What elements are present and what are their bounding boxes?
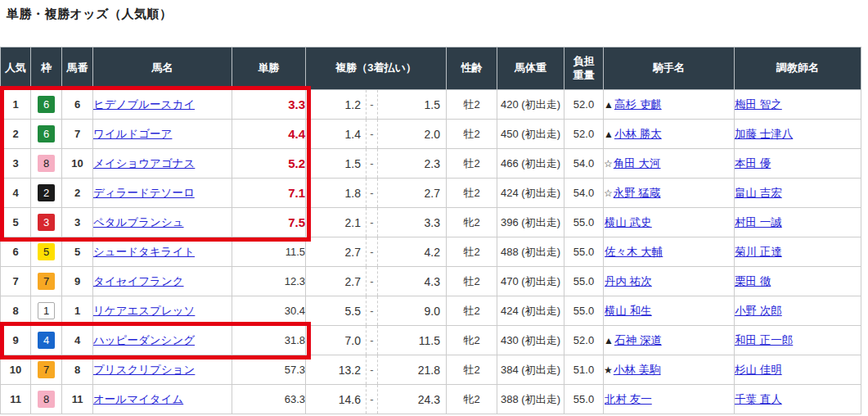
table-row: 6 5 5 シュードタキライト 11.5 2.7-4.2 牡2 488 (初出走…	[1, 237, 861, 267]
trainer-link[interactable]: 村田 一誠	[735, 216, 782, 228]
jockey-link[interactable]: 北村 友一	[605, 393, 652, 405]
jockey-link[interactable]: 小林 勝太	[614, 128, 662, 140]
page-title: 単勝・複勝オッズ（人気順）	[7, 7, 173, 22]
trainer-cell: 加藤 士津八	[735, 120, 861, 149]
place-odds-high: 4.2	[377, 237, 446, 266]
horse-name-link[interactable]: メイショウアゴナス	[93, 157, 195, 170]
trainer-link[interactable]: 梅田 智之	[735, 98, 782, 111]
frame-badge: 5	[38, 243, 55, 260]
col-header-horse-name: 馬名	[93, 47, 232, 90]
col-header-jockey: 騎手名	[604, 47, 735, 90]
horse-name-link[interactable]: プリスクリプション	[93, 364, 195, 376]
carried-weight-cell: 52.0	[564, 326, 604, 355]
place-odds-high: 2.3	[377, 149, 446, 178]
col-header-carried-weight: 負担重量	[564, 47, 604, 90]
trainer-link[interactable]: 栗田 徹	[735, 275, 771, 287]
sex-age-cell: 牡2	[447, 179, 497, 208]
horse-name-link[interactable]: オールマイタイム	[93, 393, 183, 405]
horse-name-link[interactable]: ハッピーダンシング	[93, 334, 195, 346]
trainer-link[interactable]: 菊川 正達	[735, 246, 782, 258]
sex-age-cell: 牡2	[447, 267, 497, 296]
jockey-cell: 横山 和生	[604, 296, 735, 326]
table-row: 11 8 11 オールマイタイム 63.3 14.6-24.3 牝2 388 (…	[1, 385, 861, 414]
place-odds-cell: 2.1-3.3	[306, 208, 447, 237]
horse-name-cell: ヒデノブルースカイ	[93, 90, 232, 120]
rank-cell: 5	[1, 208, 31, 237]
horse-weight-cell: 388 (初出走)	[497, 385, 564, 414]
rank-cell: 6	[1, 237, 31, 267]
horse-name-link[interactable]: タイセイフランク	[93, 275, 184, 287]
frame-cell: 5	[31, 237, 62, 267]
horse-name-cell: タイセイフランク	[93, 267, 232, 296]
jockey-link[interactable]: 永野 猛蔵	[614, 187, 661, 199]
rank-cell: 1	[1, 90, 31, 120]
jockey-link[interactable]: 横山 武史	[605, 216, 652, 228]
sex-age-cell: 牡2	[447, 355, 497, 385]
col-header-win-odds: 単勝	[232, 47, 306, 90]
col-header-trainer: 調教師名	[735, 47, 861, 90]
col-header-rank: 人気	[1, 47, 31, 90]
jockey-link[interactable]: 角田 大河	[614, 157, 661, 170]
col-header-horse-weight: 馬体重	[497, 47, 564, 90]
trainer-link[interactable]: 千葉 直人	[735, 393, 782, 405]
frame-badge: 8	[38, 155, 55, 172]
jockey-link[interactable]: 高杉 吏麒	[614, 98, 662, 111]
horse-name-link[interactable]: リケアエスプレッソ	[93, 305, 195, 317]
jockey-link[interactable]: 丹内 祐次	[605, 275, 652, 287]
trainer-link[interactable]: 本田 優	[735, 157, 771, 170]
frame-badge: 7	[38, 273, 55, 290]
jockey-link[interactable]: 横山 和生	[605, 305, 652, 317]
place-odds-cell: 13.2-21.8	[306, 355, 447, 385]
place-odds-separator: -	[366, 208, 377, 237]
trainer-cell: 和田 正一郎	[735, 326, 861, 355]
place-odds-high: 3.3	[377, 208, 446, 237]
trainer-link[interactable]: 和田 正一郎	[735, 334, 793, 346]
place-odds-high: 2.0	[377, 120, 446, 148]
win-odds-cell: 57.3	[232, 355, 306, 385]
frame-cell: 7	[31, 267, 62, 296]
trainer-link[interactable]: 加藤 士津八	[735, 128, 793, 140]
place-odds-separator: -	[366, 385, 377, 414]
trainer-link[interactable]: 杉山 佳明	[735, 364, 782, 376]
horse-name-link[interactable]: シュードタキライト	[93, 246, 195, 258]
apprentice-mark-icon: ▲	[604, 99, 614, 111]
place-odds-low: 5.5	[306, 296, 366, 325]
frame-cell: 1	[31, 296, 62, 326]
jockey-cell: ☆永野 猛蔵	[604, 179, 735, 208]
table-row: 7 7 9 タイセイフランク 12.3 2.7-4.3 牡2 470 (初出走)…	[1, 267, 861, 296]
place-odds-high: 11.5	[377, 326, 446, 355]
jockey-link[interactable]: 石神 深道	[614, 334, 662, 346]
trainer-link[interactable]: 小野 次郎	[735, 305, 782, 317]
jockey-link[interactable]: 佐々木 大輔	[605, 246, 663, 258]
horse-name-link[interactable]: ワイルドゴーア	[93, 128, 172, 140]
carried-weight-cell: 52.0	[564, 120, 604, 149]
horse-weight-cell: 384 (初出走)	[497, 355, 564, 385]
place-odds-cell: 2.7-4.2	[306, 237, 447, 267]
place-odds-separator: -	[366, 90, 377, 119]
jockey-link[interactable]: 小林 美駒	[614, 364, 661, 376]
jockey-cell: ☆角田 大河	[604, 149, 735, 179]
horse-weight-cell: 430 (初出走)	[497, 326, 564, 355]
col-header-place-odds: 複勝（3着払い）	[306, 47, 447, 90]
horse-number-cell: 7	[62, 120, 93, 149]
table-row: 1 6 6 ヒデノブルースカイ 3.3 1.2-1.5 牡2 420 (初出走)…	[1, 90, 861, 120]
horse-number-cell: 6	[62, 90, 93, 120]
frame-badge: 2	[38, 184, 55, 201]
sex-age-cell: 牡2	[447, 120, 497, 149]
horse-name-cell: ディラードテソーロ	[93, 179, 232, 208]
horse-name-link[interactable]: ペタルブランシュ	[93, 216, 184, 228]
sex-age-cell: 牡2	[447, 296, 497, 326]
trainer-cell: 千葉 直人	[735, 385, 861, 414]
place-odds-cell: 1.4-2.0	[306, 120, 447, 149]
rank-cell: 4	[1, 179, 31, 208]
place-odds-low: 2.1	[306, 208, 366, 237]
place-odds-high: 1.5	[377, 90, 446, 119]
col-header-frame: 枠	[31, 47, 62, 90]
apprentice-mark-icon: ☆	[604, 188, 613, 199]
trainer-link[interactable]: 畠山 吉宏	[735, 187, 782, 199]
horse-name-link[interactable]: ディラードテソーロ	[93, 187, 195, 199]
frame-badge: 1	[38, 302, 55, 319]
horse-name-link[interactable]: ヒデノブルースカイ	[93, 98, 195, 111]
table-row: 3 8 10 メイショウアゴナス 5.2 1.5-2.3 牡2 466 (初出走…	[1, 149, 861, 179]
trainer-cell: 畠山 吉宏	[735, 179, 861, 208]
